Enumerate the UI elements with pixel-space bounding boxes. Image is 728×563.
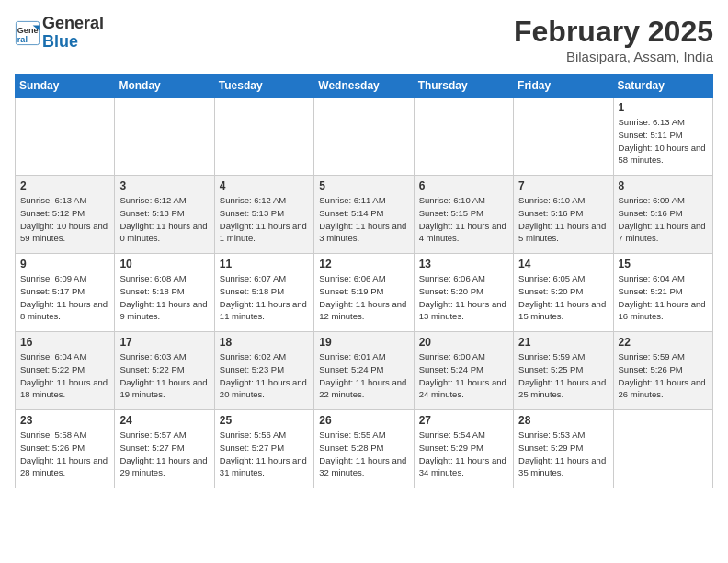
location: Bilasipara, Assam, India (514, 49, 713, 64)
weekday-header-wednesday: Wednesday (314, 75, 414, 98)
calendar-cell: 28Sunrise: 5:53 AM Sunset: 5:29 PM Dayli… (514, 410, 613, 488)
logo: Gene ral General Blue (15, 15, 104, 52)
logo-blue: Blue (42, 33, 104, 52)
day-number: 1 (619, 101, 708, 114)
day-number: 27 (419, 414, 508, 427)
day-info: Sunrise: 5:56 AM Sunset: 5:27 PM Dayligh… (220, 429, 309, 479)
month-title: February 2025 (514, 15, 713, 49)
day-number: 8 (619, 179, 708, 192)
weekday-header-friday: Friday (514, 75, 613, 98)
calendar-cell: 21Sunrise: 5:59 AM Sunset: 5:25 PM Dayli… (514, 332, 613, 410)
day-info: Sunrise: 6:11 AM Sunset: 5:14 PM Dayligh… (319, 194, 408, 245)
day-number: 10 (119, 258, 209, 270)
calendar-cell: 8Sunrise: 6:09 AM Sunset: 5:16 PM Daylig… (613, 176, 712, 254)
week-row-1: 1Sunrise: 6:13 AM Sunset: 5:11 PM Daylig… (16, 98, 713, 176)
week-row-3: 9Sunrise: 6:09 AM Sunset: 5:17 PM Daylig… (16, 254, 713, 332)
calendar-cell: 9Sunrise: 6:09 AM Sunset: 5:17 PM Daylig… (16, 254, 115, 332)
calendar-cell (314, 98, 414, 176)
calendar-cell (115, 98, 214, 176)
calendar-cell: 25Sunrise: 5:56 AM Sunset: 5:27 PM Dayli… (214, 410, 313, 488)
day-info: Sunrise: 6:08 AM Sunset: 5:18 PM Dayligh… (119, 272, 209, 323)
calendar-cell: 10Sunrise: 6:08 AM Sunset: 5:18 PM Dayli… (115, 254, 214, 332)
day-number: 7 (518, 179, 608, 192)
day-number: 3 (119, 179, 209, 192)
calendar-cell: 18Sunrise: 6:02 AM Sunset: 5:23 PM Dayli… (214, 332, 313, 410)
day-info: Sunrise: 6:00 AM Sunset: 5:24 PM Dayligh… (419, 350, 508, 401)
calendar-cell (16, 98, 115, 176)
calendar-cell: 5Sunrise: 6:11 AM Sunset: 5:14 PM Daylig… (314, 176, 414, 254)
day-number: 12 (319, 258, 408, 270)
day-number: 22 (619, 336, 708, 349)
day-info: Sunrise: 5:59 AM Sunset: 5:26 PM Dayligh… (619, 350, 708, 401)
weekday-header-thursday: Thursday (414, 75, 513, 98)
day-info: Sunrise: 5:58 AM Sunset: 5:26 PM Dayligh… (20, 429, 109, 479)
day-number: 4 (220, 179, 309, 192)
calendar-cell: 27Sunrise: 5:54 AM Sunset: 5:29 PM Dayli… (414, 410, 513, 488)
day-number: 5 (319, 179, 408, 192)
title-block: February 2025 Bilasipara, Assam, India (514, 15, 713, 64)
calendar-cell: 11Sunrise: 6:07 AM Sunset: 5:18 PM Dayli… (214, 254, 313, 332)
day-info: Sunrise: 6:09 AM Sunset: 5:17 PM Dayligh… (20, 272, 109, 323)
day-info: Sunrise: 5:53 AM Sunset: 5:29 PM Dayligh… (518, 429, 608, 479)
calendar-cell: 19Sunrise: 6:01 AM Sunset: 5:24 PM Dayli… (314, 332, 414, 410)
day-info: Sunrise: 6:12 AM Sunset: 5:13 PM Dayligh… (119, 194, 209, 245)
calendar-cell (514, 98, 613, 176)
day-info: Sunrise: 6:04 AM Sunset: 5:22 PM Dayligh… (20, 350, 109, 401)
calendar-cell: 15Sunrise: 6:04 AM Sunset: 5:21 PM Dayli… (613, 254, 712, 332)
day-number: 18 (220, 336, 309, 349)
day-number: 11 (220, 258, 309, 270)
weekday-header-saturday: Saturday (613, 75, 712, 98)
day-number: 26 (319, 414, 408, 427)
page-header: Gene ral General Blue February 2025 Bila… (15, 15, 713, 64)
day-info: Sunrise: 5:57 AM Sunset: 5:27 PM Dayligh… (119, 429, 209, 479)
day-info: Sunrise: 6:02 AM Sunset: 5:23 PM Dayligh… (220, 350, 309, 401)
day-number: 19 (319, 336, 408, 349)
day-info: Sunrise: 6:07 AM Sunset: 5:18 PM Dayligh… (220, 272, 309, 323)
calendar-cell: 14Sunrise: 6:05 AM Sunset: 5:20 PM Dayli… (514, 254, 613, 332)
day-number: 14 (518, 258, 608, 270)
day-number: 9 (20, 258, 109, 270)
day-info: Sunrise: 6:13 AM Sunset: 5:12 PM Dayligh… (20, 194, 109, 245)
calendar-cell: 6Sunrise: 6:10 AM Sunset: 5:15 PM Daylig… (414, 176, 513, 254)
day-number: 16 (20, 336, 109, 349)
day-number: 25 (220, 414, 309, 427)
day-info: Sunrise: 6:12 AM Sunset: 5:13 PM Dayligh… (220, 194, 309, 245)
calendar-table: SundayMondayTuesdayWednesdayThursdayFrid… (15, 74, 713, 488)
day-info: Sunrise: 6:05 AM Sunset: 5:20 PM Dayligh… (518, 272, 608, 323)
calendar-cell: 12Sunrise: 6:06 AM Sunset: 5:19 PM Dayli… (314, 254, 414, 332)
week-row-4: 16Sunrise: 6:04 AM Sunset: 5:22 PM Dayli… (16, 332, 713, 410)
weekday-header-sunday: Sunday (16, 75, 115, 98)
calendar-cell (214, 98, 313, 176)
day-info: Sunrise: 6:01 AM Sunset: 5:24 PM Dayligh… (319, 350, 408, 401)
calendar-cell (414, 98, 513, 176)
day-info: Sunrise: 6:10 AM Sunset: 5:16 PM Dayligh… (518, 194, 608, 245)
day-info: Sunrise: 6:13 AM Sunset: 5:11 PM Dayligh… (619, 116, 708, 167)
calendar-cell: 24Sunrise: 5:57 AM Sunset: 5:27 PM Dayli… (115, 410, 214, 488)
day-info: Sunrise: 6:04 AM Sunset: 5:21 PM Dayligh… (619, 272, 708, 323)
day-info: Sunrise: 5:55 AM Sunset: 5:28 PM Dayligh… (319, 429, 408, 479)
day-number: 17 (119, 336, 209, 349)
week-row-2: 2Sunrise: 6:13 AM Sunset: 5:12 PM Daylig… (16, 176, 713, 254)
day-number: 6 (419, 179, 508, 192)
day-info: Sunrise: 5:59 AM Sunset: 5:25 PM Dayligh… (518, 350, 608, 401)
weekday-header-tuesday: Tuesday (214, 75, 313, 98)
calendar-cell: 22Sunrise: 5:59 AM Sunset: 5:26 PM Dayli… (613, 332, 712, 410)
day-info: Sunrise: 6:03 AM Sunset: 5:22 PM Dayligh… (119, 350, 209, 401)
day-number: 2 (20, 179, 109, 192)
calendar-cell (613, 410, 712, 488)
day-info: Sunrise: 5:54 AM Sunset: 5:29 PM Dayligh… (419, 429, 508, 479)
calendar-cell: 26Sunrise: 5:55 AM Sunset: 5:28 PM Dayli… (314, 410, 414, 488)
logo-general: General (42, 15, 104, 33)
week-row-5: 23Sunrise: 5:58 AM Sunset: 5:26 PM Dayli… (16, 410, 713, 488)
day-number: 20 (419, 336, 508, 349)
weekday-header-monday: Monday (115, 75, 214, 98)
calendar-cell: 3Sunrise: 6:12 AM Sunset: 5:13 PM Daylig… (115, 176, 214, 254)
calendar-cell: 16Sunrise: 6:04 AM Sunset: 5:22 PM Dayli… (16, 332, 115, 410)
day-info: Sunrise: 6:06 AM Sunset: 5:19 PM Dayligh… (319, 272, 408, 323)
day-info: Sunrise: 6:09 AM Sunset: 5:16 PM Dayligh… (619, 194, 708, 245)
calendar-cell: 13Sunrise: 6:06 AM Sunset: 5:20 PM Dayli… (414, 254, 513, 332)
day-number: 28 (518, 414, 608, 427)
calendar-cell: 23Sunrise: 5:58 AM Sunset: 5:26 PM Dayli… (16, 410, 115, 488)
svg-text:ral: ral (17, 35, 28, 44)
calendar-cell: 20Sunrise: 6:00 AM Sunset: 5:24 PM Dayli… (414, 332, 513, 410)
